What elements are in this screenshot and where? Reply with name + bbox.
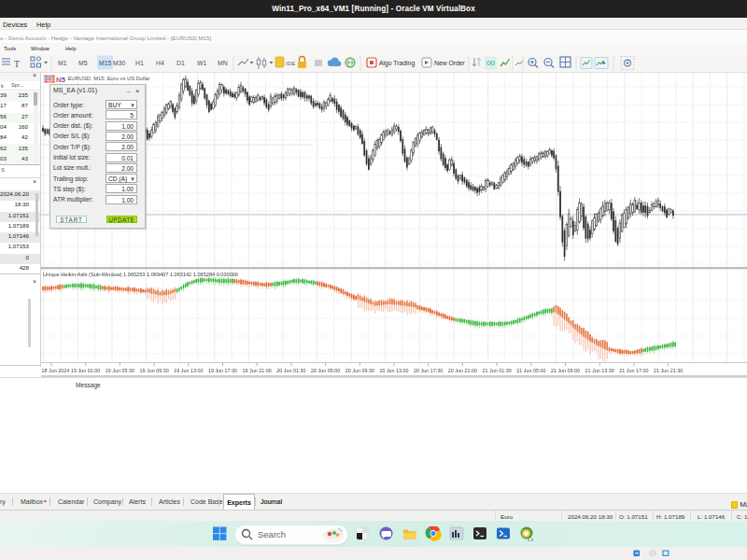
svg-text:21 Jun 01:30: 21 Jun 01:30 [483,368,512,373]
svg-text:20 Jun 05:00: 20 Jun 05:00 [311,368,340,373]
svg-text:W1: W1 [197,60,206,66]
svg-text:MN: MN [218,60,228,66]
svg-text:20 Jun 01:30: 20 Jun 01:30 [276,368,305,373]
svg-text:New Order: New Order [434,60,466,66]
svg-text:IDE: IDE [286,60,295,66]
svg-text:T: T [14,59,20,69]
svg-text:19 Jun 01:00: 19 Jun 01:00 [71,368,100,373]
svg-text:M15: M15 [99,60,111,66]
svg-text:D1: D1 [176,60,185,66]
svg-text:18 Jun 2024: 18 Jun 2024 [42,368,70,373]
svg-text:21 Jun 21:30: 21 Jun 21:30 [654,368,683,373]
svg-text:19 Jun 21:00: 19 Jun 21:00 [243,368,272,373]
svg-text:21 Jun 13:30: 21 Jun 13:30 [585,368,614,373]
svg-text:M30: M30 [113,60,125,66]
svg-text:H4: H4 [156,60,164,66]
svg-text:19 Jun 17:30: 19 Jun 17:30 [208,368,237,373]
svg-text:M5: M5 [78,60,88,66]
svg-text:00: 00 [486,59,495,67]
svg-text:Unique Heikin-Ashi (Sub-Window: Unique Heikin-Ashi (Sub-Window) 1.065253… [43,272,238,277]
svg-text:19 Jun 09:30: 19 Jun 09:30 [140,368,169,373]
svg-text:21 Jun 05:00: 21 Jun 05:00 [516,368,545,373]
svg-text:20 Jun 09:30: 20 Jun 09:30 [345,368,374,373]
svg-text:Algo Trading: Algo Trading [379,60,415,67]
svg-text:21 Jun 17:00: 21 Jun 17:00 [619,368,648,373]
svg-text:H1: H1 [135,60,144,66]
svg-text:5: 5 [62,76,66,84]
svg-text:19 Jun 13:00: 19 Jun 13:00 [174,368,203,373]
svg-text:20 Jun 13:00: 20 Jun 13:00 [379,368,408,373]
svg-text:M1: M1 [58,60,67,66]
svg-text:21 Jun 09:00: 21 Jun 09:00 [551,368,580,373]
svg-text:20 Jun 21:00: 20 Jun 21:00 [448,368,477,373]
svg-text:20 Jun 17:30: 20 Jun 17:30 [414,368,443,373]
svg-text:19 Jun 05:30: 19 Jun 05:30 [106,368,134,373]
